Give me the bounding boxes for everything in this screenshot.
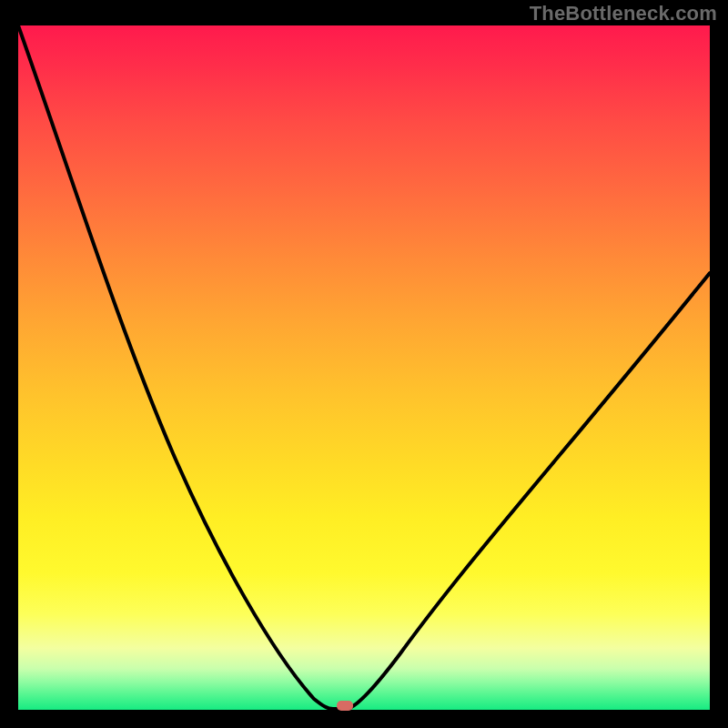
valley-marker xyxy=(337,701,353,711)
bottleneck-curve xyxy=(18,25,710,709)
watermark-text: TheBottleneck.com xyxy=(530,2,717,25)
plot-frame xyxy=(18,25,710,710)
curve-layer xyxy=(18,25,710,710)
chart-container: TheBottleneck.com xyxy=(0,0,728,728)
